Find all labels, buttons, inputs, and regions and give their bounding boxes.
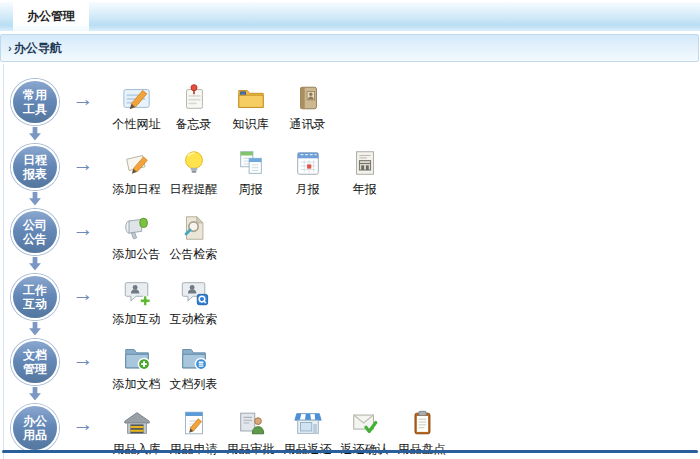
- tab-bar: 办公管理: [0, 2, 700, 31]
- weekly-report-icon: [236, 148, 266, 178]
- category-row-common-tools: 常用 工具 → 个性网址 备忘录 知识库: [4, 76, 696, 141]
- office-management-page: 办公管理 › 办公导航 常用 工具 → 个性网址: [0, 0, 700, 459]
- shortcut-memo[interactable]: 备忘录: [165, 76, 222, 141]
- schedule-reminder-icon: [179, 148, 209, 178]
- shortcut-interaction-search[interactable]: 互动检索: [165, 271, 222, 336]
- down-arrow-icon: [28, 322, 42, 336]
- monthly-report-icon: [293, 148, 323, 178]
- shortcut-schedule-reminder[interactable]: 日程提醒: [165, 141, 222, 206]
- shortcut-document-list[interactable]: 文档列表: [165, 336, 222, 401]
- add-schedule-icon: [122, 148, 152, 178]
- interaction-search-icon: [179, 278, 209, 308]
- down-arrow-icon: [28, 387, 42, 401]
- category-row-company-announcements: 公司 公告 → 添加公告 公告检索: [4, 206, 696, 271]
- category-circle-document-management[interactable]: 文档 管理: [11, 339, 59, 385]
- return-confirm-icon: [350, 408, 380, 438]
- category-row-work-interaction: 工作 互动 → 添加互动 互动检索: [4, 271, 696, 336]
- category-circle-common-tools[interactable]: 常用 工具: [11, 79, 59, 125]
- category-circle-company-announcements[interactable]: 公司 公告: [11, 209, 59, 255]
- shortcut-add-announcement[interactable]: 添加公告: [108, 206, 165, 271]
- section-header-label: 办公导航: [14, 40, 62, 57]
- shortcut-add-interaction[interactable]: 添加互动: [108, 271, 165, 336]
- down-arrow-icon: [28, 257, 42, 271]
- shortcut-contacts[interactable]: 通讯录: [279, 76, 336, 141]
- supplies-inbound-icon: [122, 408, 152, 438]
- personal-url-icon: [122, 83, 152, 113]
- section-header-office-navigation[interactable]: › 办公导航: [0, 34, 699, 62]
- right-arrow-icon: →: [66, 206, 100, 271]
- down-arrow-icon: [28, 127, 42, 141]
- shortcut-personal-url[interactable]: 个性网址: [108, 76, 165, 141]
- navigation-rows: 常用 工具 → 个性网址 备忘录 知识库: [4, 76, 696, 459]
- panel-divider-line: [2, 450, 698, 453]
- supplies-inventory-icon: [407, 408, 437, 438]
- right-arrow-icon: →: [66, 141, 100, 206]
- annual-report-icon: [350, 148, 380, 178]
- add-interaction-icon: [122, 278, 152, 308]
- chevron-bullet-icon: ›: [8, 42, 12, 54]
- category-circle-work-interaction[interactable]: 工作 互动: [11, 274, 59, 320]
- shortcut-monthly-report[interactable]: 月报: [279, 141, 336, 206]
- category-circle-schedule-reports[interactable]: 日程 报表: [11, 144, 59, 190]
- shortcut-announcement-search[interactable]: 公告检索: [165, 206, 222, 271]
- shortcut-weekly-report[interactable]: 周报: [222, 141, 279, 206]
- right-arrow-icon: →: [66, 76, 100, 141]
- supplies-return-icon: [293, 408, 323, 438]
- knowledge-base-icon: [236, 83, 266, 113]
- contacts-icon: [293, 83, 323, 113]
- add-document-icon: [122, 343, 152, 373]
- category-row-schedule-reports: 日程 报表 → 添加日程 日程提醒 周报: [4, 141, 696, 206]
- shortcut-knowledge-base[interactable]: 知识库: [222, 76, 279, 141]
- supplies-approve-icon: [236, 408, 266, 438]
- supplies-apply-icon: [179, 408, 209, 438]
- category-row-document-management: 文档 管理 → 添加文档 文档列表: [4, 336, 696, 401]
- down-arrow-icon: [28, 192, 42, 206]
- category-circle-office-supplies[interactable]: 办公 用品: [11, 404, 59, 452]
- shortcut-annual-report[interactable]: 年报: [336, 141, 393, 206]
- right-arrow-icon: →: [66, 336, 100, 401]
- memo-icon: [179, 83, 209, 113]
- add-announcement-icon: [122, 213, 152, 243]
- shortcut-add-schedule[interactable]: 添加日程: [108, 141, 165, 206]
- right-arrow-icon: →: [66, 271, 100, 336]
- tab-office-management[interactable]: 办公管理: [13, 2, 89, 31]
- shortcut-add-document[interactable]: 添加文档: [108, 336, 165, 401]
- document-list-icon: [179, 343, 209, 373]
- announcement-search-icon: [179, 213, 209, 243]
